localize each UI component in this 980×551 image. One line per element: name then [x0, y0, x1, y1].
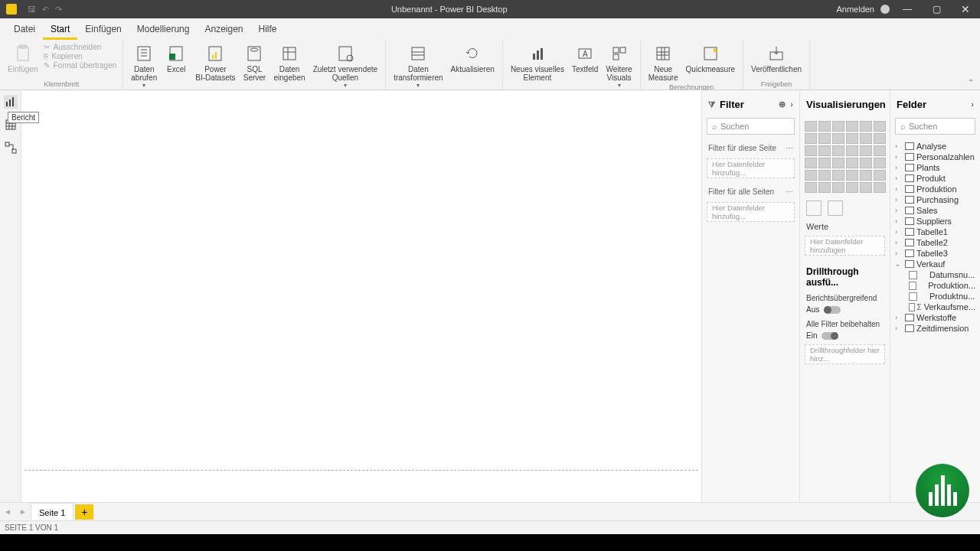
expand-icon[interactable]: › [895, 249, 903, 257]
expand-icon[interactable]: ⌄ [895, 260, 903, 268]
viz-type-button[interactable] [818, 182, 831, 193]
viz-type-button[interactable] [818, 133, 831, 144]
tab-home[interactable]: Start [43, 18, 77, 40]
transform-button[interactable]: Daten transformieren▾ [390, 41, 446, 90]
viz-type-button[interactable] [874, 133, 886, 144]
filter-all-more-icon[interactable]: ⋯ [786, 187, 793, 196]
tab-insert[interactable]: Einfügen [77, 18, 129, 40]
field-table-row[interactable]: ›Purchasing [892, 194, 978, 205]
redo-icon[interactable]: ↷ [55, 5, 62, 15]
viz-type-button[interactable] [805, 182, 817, 193]
viz-type-button[interactable] [860, 145, 872, 156]
field-table-row[interactable]: ›Personalzahlen [892, 152, 978, 162]
viz-type-button[interactable] [832, 133, 844, 144]
avatar-icon[interactable] [880, 5, 890, 14]
more-visuals-button[interactable]: Weitere Visuals▾ [603, 41, 635, 90]
tab-file[interactable]: Datei [6, 18, 43, 40]
expand-icon[interactable]: › [895, 239, 903, 246]
crossreport-toggle[interactable] [824, 306, 841, 314]
textbox-button[interactable]: ATextfeld [569, 41, 601, 75]
page-prev-button[interactable]: ◄ [0, 507, 15, 516]
field-table-row[interactable]: ›Produktion [892, 184, 978, 194]
field-column-row[interactable]: Datumsnu... [892, 269, 978, 280]
field-table-row[interactable]: ›Tabelle3 [892, 248, 978, 259]
viz-type-button[interactable] [860, 158, 872, 168]
viz-type-button[interactable] [832, 182, 844, 193]
viz-type-button[interactable] [805, 158, 817, 168]
field-checkbox[interactable] [909, 303, 915, 311]
viz-type-button[interactable] [818, 145, 831, 156]
viz-type-button[interactable] [818, 121, 831, 132]
field-table-row[interactable]: ⌄Verkauf [892, 259, 978, 269]
new-measure-button[interactable]: Neue Measure [645, 41, 681, 83]
viz-type-button[interactable] [860, 133, 872, 144]
field-checkbox[interactable] [909, 292, 917, 301]
field-table-row[interactable]: ›Analyse [892, 141, 978, 152]
field-table-row[interactable]: ›Werkstoffe [892, 312, 978, 323]
viz-type-button[interactable] [846, 182, 858, 193]
viz-type-button[interactable] [846, 121, 858, 132]
get-data-button[interactable]: Daten abrufen▾ [128, 41, 160, 90]
expand-icon[interactable]: › [895, 217, 903, 225]
page-next-button[interactable]: ► [15, 507, 31, 516]
new-visual-button[interactable]: Neues visuelles Element [508, 41, 567, 83]
page-tab[interactable]: Seite 1 [31, 503, 74, 521]
viz-type-button[interactable] [874, 182, 886, 193]
field-column-row[interactable]: Produktnu... [892, 291, 978, 302]
save-icon[interactable]: 🖫 [28, 5, 36, 15]
filter-all-dropzone[interactable]: Hier Datenfelder hinzufüg... [707, 202, 795, 222]
values-dropzone[interactable]: Hier Datenfelder hinzufügen [805, 236, 885, 256]
refresh-button[interactable]: Aktualisieren [448, 41, 498, 75]
expand-icon[interactable]: › [895, 196, 903, 204]
expand-icon[interactable]: › [895, 314, 903, 321]
recent-sources-button[interactable]: Zuletzt verwendete Quellen▾ [310, 41, 381, 90]
pbi-datasets-button[interactable]: Power BI-Datasets [192, 41, 238, 83]
viz-type-button[interactable] [832, 158, 844, 168]
collapse-ribbon-button[interactable]: ⌃ [962, 75, 980, 90]
expand-icon[interactable]: › [895, 142, 903, 150]
viz-type-button[interactable] [860, 121, 872, 132]
close-button[interactable]: ✕ [954, 0, 977, 18]
publish-button[interactable]: Veröffentlichen [748, 41, 805, 75]
filter-expand-icon[interactable]: ⊕ [779, 99, 786, 109]
field-table-row[interactable]: ›Tabelle1 [892, 227, 978, 237]
field-table-row[interactable]: ›Produkt [892, 173, 978, 184]
expand-icon[interactable]: › [895, 228, 903, 236]
field-table-row[interactable]: ›Zeitdimension [892, 323, 978, 334]
filter-collapse-icon[interactable]: › [790, 99, 793, 109]
viz-type-button[interactable] [832, 145, 844, 156]
tab-modeling[interactable]: Modellierung [129, 18, 198, 40]
maximize-button[interactable]: ▢ [925, 0, 948, 18]
fields-search-input[interactable]: ⌕Suchen [895, 118, 975, 135]
viz-type-button[interactable] [832, 170, 844, 181]
viz-type-button[interactable] [874, 170, 886, 181]
quick-measure-button[interactable]: Quickmeasure [683, 41, 738, 75]
field-table-row[interactable]: ›Tabelle2 [892, 237, 978, 248]
field-table-row[interactable]: ›Plants [892, 162, 978, 173]
viz-type-button[interactable] [832, 121, 844, 132]
minimize-button[interactable]: — [896, 0, 919, 18]
expand-icon[interactable]: › [895, 174, 903, 182]
expand-icon[interactable]: › [895, 164, 903, 171]
viz-type-button[interactable] [846, 170, 858, 181]
report-view-button[interactable] [4, 95, 18, 109]
viz-type-button[interactable] [805, 170, 817, 181]
expand-icon[interactable]: › [895, 185, 903, 193]
excel-button[interactable]: Excel [162, 41, 191, 75]
drillthrough-dropzone[interactable]: Drillthroughfelder hier hinz... [805, 344, 885, 364]
viz-type-button[interactable] [846, 133, 858, 144]
viz-type-button[interactable] [805, 145, 817, 156]
field-table-row[interactable]: ›Suppliers [892, 216, 978, 227]
field-table-row[interactable]: ›Sales [892, 205, 978, 216]
expand-icon[interactable]: › [895, 324, 903, 332]
field-checkbox[interactable] [909, 282, 916, 290]
filter-page-dropzone[interactable]: Hier Datenfelder hinzufüg... [707, 158, 795, 178]
viz-type-button[interactable] [818, 158, 831, 168]
viz-type-button[interactable] [846, 145, 858, 156]
tab-view[interactable]: Anzeigen [197, 18, 250, 40]
add-page-button[interactable]: + [75, 504, 93, 520]
tab-help[interactable]: Hilfe [251, 18, 285, 40]
fields-tab-button[interactable] [806, 201, 822, 216]
viz-type-button[interactable] [874, 145, 886, 156]
field-column-row[interactable]: ΣVerkaufsme... [892, 302, 978, 312]
